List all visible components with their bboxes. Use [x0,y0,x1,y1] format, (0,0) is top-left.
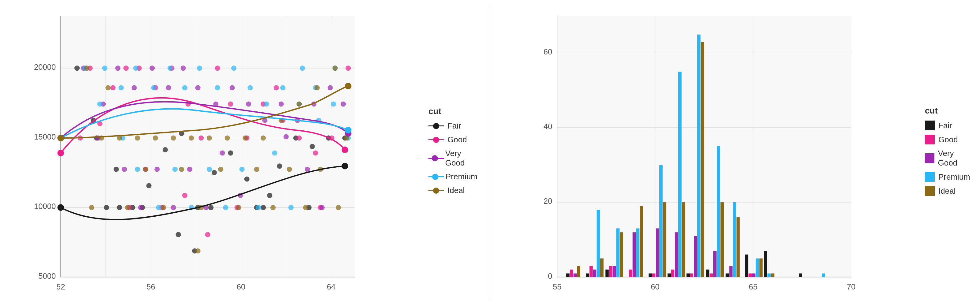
bar-vg-58 [613,266,616,277]
svg-point-78 [220,150,225,155]
legend1-label-good: Good [447,135,467,144]
bar-fair-65 [745,255,748,277]
svg-point-115 [84,65,89,71]
svg-point-29 [123,65,129,71]
legend2-item-premium: Premium [925,172,974,182]
legend2-swatch-good [925,135,935,144]
bar-fair-62 [687,274,690,277]
svg-point-1 [104,205,109,210]
y2-label-0: 0 [548,272,552,280]
bar-vg-60 [656,228,659,277]
x-label-60: 60 [237,282,245,291]
bar-vg-61 [675,232,678,277]
y-label-10000: 10000 [34,202,56,211]
x-label-52: 52 [56,282,65,291]
bar-prem-63 [717,146,720,277]
svg-point-59 [181,65,186,71]
svg-point-12 [277,163,282,169]
svg-point-122 [207,135,212,140]
svg-point-125 [261,135,266,140]
bar-good-56 [570,270,573,277]
legend2-swatch-ideal [925,186,935,196]
legend2-label-good: Good [939,135,958,144]
svg-point-144 [336,205,341,210]
svg-point-102 [156,205,161,210]
svg-point-107 [240,167,245,172]
bar-fair-58 [605,270,609,277]
bar-good-59 [629,270,632,277]
svg-point-69 [340,101,346,106]
legend2: cut Fair Good Very Good Premium Ideal [919,6,974,300]
svg-point-65 [279,101,284,106]
svg-point-132 [125,205,130,210]
svg-point-51 [274,85,279,90]
bar-vg-62 [694,236,697,277]
bar-vg-59 [633,232,636,277]
bar-vg-65 [752,274,756,277]
svg-point-25 [267,193,272,198]
svg-point-8 [212,170,217,175]
bar-fair-64 [726,274,729,277]
svg-point-85 [133,65,138,71]
svg-point-93 [264,101,269,106]
svg-point-82 [320,205,325,210]
svg-point-119 [153,135,158,140]
svg-point-58 [166,85,171,90]
legend1-title: cut [428,106,477,116]
curve-dot-fair-left [57,204,64,211]
svg-point-55 [115,65,120,71]
bar-vg-63 [713,251,717,277]
bar-ideal-63 [721,202,724,277]
bar-fair-57 [586,274,589,277]
bar-vg-56 [574,274,577,277]
chart1-area: 5000 10000 15000 20000 52 56 60 64 [6,6,422,300]
legend2-item-fair: Fair [925,120,974,130]
legend2-swatch-fair [925,120,935,130]
bar-ideal-64 [737,217,740,277]
bar-ideal-58 [620,232,623,277]
svg-point-57 [150,65,155,71]
bar-ideal-60 [663,202,667,277]
bar-vg-64 [729,266,733,277]
svg-point-89 [197,65,202,71]
legend2-label-fair: Fair [939,121,952,130]
svg-point-81 [305,167,310,172]
svg-point-99 [97,101,103,106]
svg-point-10 [244,176,250,182]
svg-point-60 [196,85,200,90]
bar-prem-66 [767,274,771,277]
chart2-svg: 0 20 40 60 55 60 65 70 [503,6,919,300]
svg-point-111 [300,65,305,71]
svg-point-11 [261,205,266,210]
bar-prem-58 [616,228,620,277]
x-label-56: 56 [146,282,155,291]
svg-point-53 [345,65,351,71]
svg-point-5 [162,147,168,152]
chart-divider [490,6,490,300]
legend1-item-ideal: Ideal [428,186,477,195]
svg-point-28 [110,85,115,90]
bar-prem-60 [659,165,663,277]
svg-point-4 [146,183,151,188]
svg-point-124 [243,135,248,140]
bar-good-62 [690,274,694,277]
svg-point-91 [231,65,236,71]
svg-point-80 [283,134,289,139]
legend1-item-very-good: Very Good [428,149,477,168]
svg-point-2 [114,167,119,172]
svg-point-92 [247,85,253,90]
bar-ideal-65 [759,258,762,277]
bar-ideal-56 [577,266,580,277]
curve-dot-good-left [57,150,64,156]
bar-good-60 [652,274,656,277]
bar-prem-61 [678,71,682,277]
chart2-area: 0 20 40 60 55 60 65 70 [503,6,919,300]
bar-prem-57 [597,210,600,277]
svg-point-105 [207,167,212,172]
bar-fair-56 [566,274,570,277]
svg-point-145 [89,205,94,210]
bar-prem-69 [822,274,825,277]
svg-point-40 [296,135,302,140]
curve-dot-fair-right [342,163,348,169]
bar-prem-62 [697,35,701,277]
